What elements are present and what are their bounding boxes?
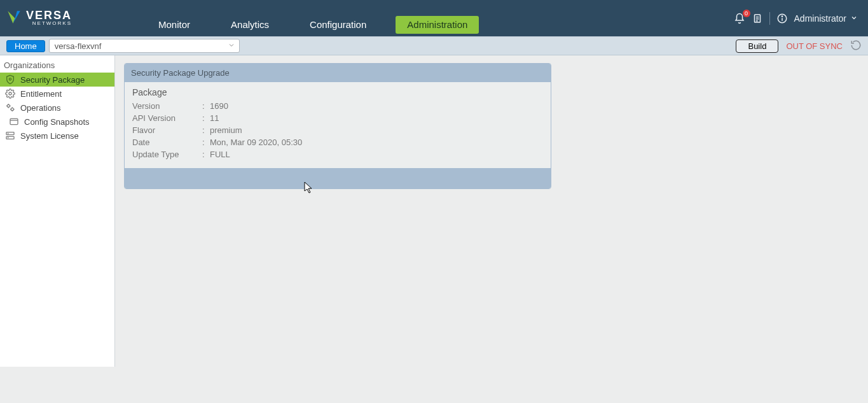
kv-key: API Version <box>132 113 202 123</box>
user-label: Administrator <box>794 13 846 24</box>
card-title: Security Package Upgrade <box>125 64 551 82</box>
svg-point-16 <box>8 138 8 138</box>
sidebar-item-label: Config Snapshots <box>24 117 90 127</box>
security-package-card: Security Package Upgrade Package Version… <box>124 63 551 189</box>
window-icon <box>9 117 19 127</box>
user-menu[interactable]: Administrator <box>794 13 858 24</box>
card-section-heading: Package <box>132 87 543 97</box>
notification-badge: 0 <box>743 10 750 17</box>
notifications-button[interactable]: 0 <box>734 13 745 24</box>
svg-point-10 <box>11 108 13 111</box>
card-footer <box>125 168 551 188</box>
sync-status: OUT OF SYNC <box>786 41 843 51</box>
topnav-administration[interactable]: Administration <box>396 16 479 34</box>
gear-icon <box>5 88 15 99</box>
kv-value: 11 <box>210 113 219 123</box>
topnav-analytics[interactable]: Analytics <box>219 16 280 34</box>
info-icon[interactable] <box>776 13 788 24</box>
svg-rect-11 <box>10 118 18 124</box>
chevron-down-icon <box>228 41 235 51</box>
versa-logo-icon <box>6 9 22 27</box>
svg-point-7 <box>9 78 11 80</box>
refresh-icon[interactable] <box>850 39 862 53</box>
chevron-down-icon <box>850 13 858 24</box>
sidebar-item-label: Entitlement <box>20 89 62 99</box>
sidebar-item-system-license[interactable]: System License <box>0 129 114 143</box>
kv-value: premium <box>210 125 242 135</box>
sidebar-item-security-package[interactable]: Security Package <box>0 73 114 87</box>
brand-title: VERSA <box>26 10 72 20</box>
sidebar-item-config-snapshots[interactable]: Config Snapshots <box>0 115 114 129</box>
app-header: VERSA NETWORKS Monitor Analytics Configu… <box>0 0 868 36</box>
kv-key: Flavor <box>132 125 202 135</box>
sidebar-item-label: System License <box>20 131 79 141</box>
brand: VERSA NETWORKS <box>0 0 81 36</box>
svg-point-8 <box>9 92 11 95</box>
svg-point-9 <box>7 104 10 107</box>
kv-value: Mon, Mar 09 2020, 05:30 <box>210 138 302 147</box>
clipboard-icon[interactable] <box>752 13 763 24</box>
kv-row-api-version: API Version : 11 <box>132 112 543 124</box>
kv-key: Version <box>132 101 202 111</box>
header-tools: 0 Administrator <box>724 0 868 36</box>
kv-row-version: Version : 1690 <box>132 100 543 112</box>
kv-value: FULL <box>210 150 230 159</box>
sub-toolbar: Home versa-flexvnf Build OUT OF SYNC <box>0 36 868 55</box>
home-button[interactable]: Home <box>6 40 45 52</box>
topnav-monitor[interactable]: Monitor <box>147 16 202 34</box>
brand-subtitle: NETWORKS <box>26 20 72 26</box>
sidebar-item-label: Security Package <box>20 75 85 85</box>
kv-key: Update Type <box>132 150 202 159</box>
content-area: Security Package Upgrade Package Version… <box>115 55 868 403</box>
sidebar-item-label: Operations <box>20 103 61 113</box>
sidebar-heading: Organizations <box>0 58 114 73</box>
sidebar: Organizations Security Package Entitleme… <box>0 55 115 367</box>
separator <box>769 12 770 25</box>
kv-row-flavor: Flavor : premium <box>132 124 543 136</box>
sidebar-item-entitlement[interactable]: Entitlement <box>0 87 114 101</box>
kv-key: Date <box>132 138 202 147</box>
topnav-configuration[interactable]: Configuration <box>298 16 378 34</box>
shield-search-icon <box>5 74 15 85</box>
kv-value: 1690 <box>210 101 228 111</box>
device-dropdown[interactable]: versa-flexvnf <box>49 39 240 53</box>
svg-point-15 <box>8 133 8 134</box>
build-button[interactable]: Build <box>736 39 778 53</box>
device-dropdown-value: versa-flexvnf <box>55 41 102 51</box>
svg-point-6 <box>782 16 782 17</box>
gears-icon <box>5 103 15 113</box>
kv-row-date: Date : Mon, Mar 09 2020, 05:30 <box>132 136 543 148</box>
top-nav: Monitor Analytics Configuration Administ… <box>138 0 488 36</box>
sidebar-item-operations[interactable]: Operations <box>0 101 114 115</box>
server-icon <box>5 131 15 141</box>
kv-row-update-type: Update Type : FULL <box>132 148 543 160</box>
